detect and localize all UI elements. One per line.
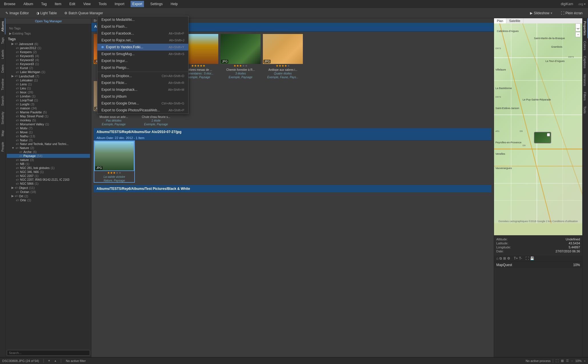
- geo-save-icon[interactable]: 💾: [530, 256, 534, 260]
- menu-tag[interactable]: Tag: [39, 1, 48, 7]
- tag-keyword3[interactable]: 🏷 Keyword3 (1): [7, 62, 90, 66]
- sidebar-tab-dates[interactable]: Dates: [0, 62, 5, 76]
- tag-maystreet[interactable]: 🏷 May Street Pond (1): [7, 114, 90, 118]
- tag-monument[interactable]: 🏷 Monument Valley (1): [7, 122, 90, 126]
- geo-text-plus-icon[interactable]: T+: [514, 256, 518, 260]
- menu-album[interactable]: Album: [22, 1, 35, 7]
- tag-lake-michigan[interactable]: 🏷 Lake Michigan (1): [7, 70, 90, 74]
- menu-edit[interactable]: Edit: [68, 1, 77, 7]
- menu-export-gdrive[interactable]: Export to Google Drive... Ctrl+Alt+Shift…: [97, 100, 188, 107]
- map-zoom-out-btn[interactable]: −: [575, 32, 581, 37]
- sidebar-tab-labels[interactable]: Labels: [0, 47, 5, 62]
- tag-keyword2[interactable]: 🏷 Keyword2 (4): [7, 58, 90, 62]
- tag-ocean[interactable]: 🏷 Océan (18): [7, 190, 90, 194]
- menu-tools[interactable]: Tools: [97, 1, 108, 7]
- menu-view[interactable]: View: [81, 1, 92, 7]
- tag-move[interactable]: 🏷 Move (1): [7, 130, 90, 134]
- status-expand-icon[interactable]: ⛶: [555, 359, 559, 363]
- menu-export-yandex[interactable]: Export to Yandex.Fotki... Alt+Shift+Y: [97, 44, 188, 51]
- image-editor-btn[interactable]: ✎ Image Editor: [2, 10, 32, 16]
- sidebar-tab-similarity[interactable]: Similarity: [0, 109, 5, 127]
- tag-looptrail[interactable]: 🏷 LoopTrail (1): [7, 98, 90, 102]
- tag-nathu[interactable]: 🏷 Nathu (13): [7, 134, 90, 138]
- tag-ngc2207-2[interactable]: 🏷 NGC 2207, IRAS 06142-2121, IC 2163: [7, 178, 90, 182]
- geo-copy-icon[interactable]: ⧉: [499, 256, 502, 260]
- map-fullscreen-btn[interactable]: ⛶: [575, 23, 581, 29]
- menu-export-imgur[interactable]: Export to Imgur...: [97, 57, 188, 64]
- tag-luoghi[interactable]: 🏷 Luoghi (3): [7, 102, 90, 106]
- tag-arche[interactable]: 🏷 Arche (6): [7, 150, 90, 154]
- right-tab-colors[interactable]: Colors: [583, 38, 588, 53]
- batch-queue-btn[interactable]: ⚙ Batch Queue Manager: [61, 10, 106, 16]
- tag-keepers[interactable]: 🏷 Keepers (2): [7, 50, 90, 54]
- thumb-forest[interactable]: JPG ★★★★★ Chemin forestier à R... 3 étoi…: [221, 34, 261, 79]
- menu-export-piwigo[interactable]: Export to Piwigo...: [97, 64, 188, 71]
- geo-bookmark-icon[interactable]: ⊞: [503, 256, 506, 260]
- right-tab-tools[interactable]: Tools: [583, 103, 588, 116]
- tag-ort[interactable]: ▶ 🏷 Ort (2): [7, 194, 90, 198]
- geo-home-icon[interactable]: ⌂: [496, 256, 498, 260]
- tag-kunst[interactable]: 🏷 Kunst (2): [7, 66, 90, 70]
- tag-orte[interactable]: 🏷 Orte (1): [7, 198, 90, 202]
- tag-keyword1[interactable]: 🏷 Keyword1 (4): [7, 54, 90, 58]
- tag-paysage[interactable]: 🏷 Paysage (54): [7, 154, 90, 158]
- right-tab-captions[interactable]: Captions: [583, 53, 588, 71]
- tag-object[interactable]: ▶ 🏷 Object (11): [7, 186, 90, 190]
- tag-janvier2012[interactable]: 🏷 janvier2012 (1): [7, 46, 90, 50]
- menu-import[interactable]: Import: [113, 1, 126, 7]
- sidebar-tab-map[interactable]: Map: [0, 127, 5, 139]
- tag-natur[interactable]: 🏷 Natur (3): [7, 138, 90, 142]
- menu-export-rajce[interactable]: Export to Rajce.net... Alt+Shift+J: [97, 37, 188, 44]
- sidebar-tab-people[interactable]: People: [0, 139, 5, 154]
- status-zoom-in-icon[interactable]: +: [584, 359, 586, 363]
- thumb-dunes[interactable]: JPG ★★★★★ Antilope aux sabres i... Quatr…: [263, 34, 303, 79]
- tag-nb[interactable]: 🏷 NB (1): [7, 162, 90, 166]
- tag-lieu[interactable]: 🏷 Lieu (1): [7, 86, 90, 90]
- tag-natur-technik[interactable]: 🏷 Natur und Technik, Natur und Techni...: [7, 142, 90, 146]
- tag-monkey[interactable]: 🏷 monkey (5): [7, 118, 90, 122]
- menu-export-gphotos[interactable]: Export to Google Photos/PicasaWeb... Alt…: [97, 107, 188, 114]
- tag-ngc281[interactable]: 🏷 NGC 281, bok globules (1): [7, 166, 90, 170]
- tag-jahreszeit[interactable]: ▶ 🏷 Jahreszeit (6): [7, 42, 90, 46]
- tag-ngc2207[interactable]: 🏷 NGC 2207 (1): [7, 174, 90, 178]
- tag-lens[interactable]: 🏷 Lens (1): [7, 82, 90, 86]
- slideshow-btn[interactable]: ▶ Slideshow ▾: [527, 10, 555, 16]
- right-tab-properties[interactable]: Properties: [583, 18, 588, 38]
- sidebar-tab-albums[interactable]: Albums: [0, 18, 5, 35]
- status-grid-icon[interactable]: ▦: [561, 359, 564, 363]
- menu-item[interactable]: Item: [53, 1, 63, 7]
- tag-london[interactable]: 🏷 London (1): [7, 94, 90, 98]
- menu-export-mediawiki[interactable]: Export to MediaWiki...: [97, 16, 188, 23]
- menu-export[interactable]: Export: [131, 1, 144, 7]
- light-table-btn[interactable]: ◑ Light Table: [33, 10, 60, 16]
- tag-nature-lower[interactable]: 🏷 nature (3): [7, 158, 90, 162]
- menu-export-facebook[interactable]: Export to Facebook... Alt+Shift+F: [97, 30, 188, 37]
- sidebar-tab-search[interactable]: Search: [0, 93, 5, 109]
- menu-export-flickr[interactable]: Export to Flickr... Alt+Shift+R: [97, 79, 188, 86]
- status-up-icon[interactable]: ▴: [55, 359, 56, 363]
- right-tab-filters[interactable]: Filters: [583, 89, 588, 103]
- tag-ngc346[interactable]: 🏷 NGC 346, N66 (1): [7, 170, 90, 174]
- menu-help[interactable]: Help: [169, 1, 179, 7]
- sidebar-tab-tags[interactable]: Tags: [0, 35, 5, 47]
- tag-maison[interactable]: 🏷 maison (34): [7, 106, 90, 110]
- menu-settings[interactable]: Settings: [149, 1, 164, 7]
- status-zoom-out-icon[interactable]: −: [571, 359, 573, 363]
- geo-expand-icon[interactable]: ⛶: [525, 256, 529, 260]
- menu-export-smugmug[interactable]: Export to SmugMug... Alt+Shift+S: [97, 51, 188, 57]
- map-pin[interactable]: 1: [534, 132, 551, 143]
- menu-export-jalbum[interactable]: Export to jAlbum: [97, 93, 188, 100]
- geo-text-minus-icon[interactable]: T-: [519, 256, 522, 260]
- map-tab-satellite[interactable]: Satellite: [506, 18, 523, 23]
- menu-export-dropbox[interactable]: Export to Dropbox... Ctrl+Alt+Shift+D: [97, 73, 188, 79]
- menu-export-imageshack[interactable]: Export to Imageshack... Alt+Shift+M: [97, 86, 188, 93]
- thumb-mountain[interactable]: JPG ⊙ ★★★★★ La sainte victoire Nature, P…: [94, 140, 135, 183]
- sidebar-tab-timeline[interactable]: Timeline: [0, 76, 5, 93]
- status-down-icon[interactable]: ▾: [48, 359, 50, 363]
- geo-settings-icon[interactable]: ⚙: [507, 256, 510, 260]
- tag-landschaft[interactable]: ▶ 🏷 Landschaft (7): [7, 74, 90, 78]
- existing-tags-item[interactable]: ▶ Existing Tags: [7, 31, 90, 36]
- tag-mamie[interactable]: 🏷 Mamie Paulette (5): [7, 110, 90, 114]
- tag-leksaker[interactable]: 🏷 Leksaker (1): [7, 78, 90, 82]
- tag-nature[interactable]: ▼ 🏷 Nature (2): [7, 146, 90, 150]
